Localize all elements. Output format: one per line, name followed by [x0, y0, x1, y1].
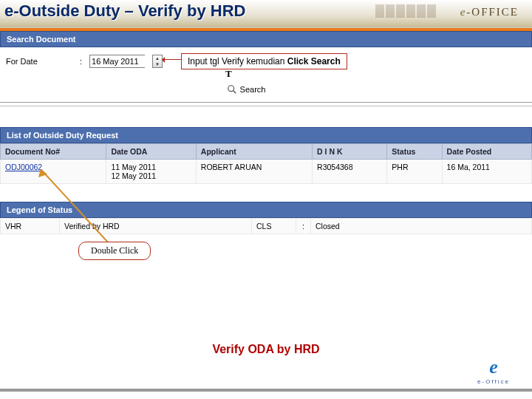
divider — [0, 106, 532, 106]
for-date-input[interactable] — [89, 55, 145, 68]
col-date: Date ODA — [106, 144, 196, 160]
cell-posted: 16 Ma, 2011 — [442, 160, 531, 184]
cell-nik: R3054368 — [313, 160, 387, 184]
search-button-label: Search — [240, 85, 266, 94]
legend-code-cls: CLS — [252, 219, 296, 234]
footer-title: Verify ODA by HRD — [0, 343, 532, 356]
legend-desc-cls: Closed — [311, 219, 532, 234]
col-nik: D I N K — [313, 144, 387, 160]
table-header-row: Document No# Date ODA Applicant D I N K … — [1, 144, 532, 160]
search-panel-header: Search Document — [0, 31, 532, 47]
brand-logo: e-OFFICE — [460, 6, 519, 18]
svg-point-0 — [228, 86, 233, 92]
footer-logo: e e-Office — [468, 356, 519, 386]
legend-sep: : — [296, 219, 311, 234]
col-posted: Date Posted — [442, 144, 531, 160]
col-status: Status — [387, 144, 442, 160]
for-date-label: For Date — [6, 57, 72, 66]
double-click-arrow — [35, 170, 124, 251]
svg-line-2 — [41, 170, 109, 244]
search-button[interactable]: Search — [209, 84, 283, 95]
banner-decor — [375, 4, 436, 18]
search-icon — [227, 84, 237, 95]
list-header: List of Outside Duty Request — [0, 127, 532, 143]
col-doc: Document No# — [1, 144, 106, 160]
cell-status: PHR — [387, 160, 442, 184]
for-date-colon: : — [80, 57, 82, 66]
t-mark: T — [225, 68, 232, 80]
footer-rule — [0, 389, 532, 392]
tip-callout: Input tgl Verify kemudian Click Search — [181, 53, 347, 69]
svg-marker-3 — [38, 170, 47, 177]
tip-arrow — [162, 59, 181, 61]
cell-applicant: ROBERT ARUAN — [196, 160, 312, 184]
double-click-callout: Double Click — [78, 242, 151, 260]
svg-line-1 — [233, 91, 236, 94]
page-title: e-Outside Duty – Verify by HRD — [4, 1, 245, 21]
col-applicant: Applicant — [196, 144, 312, 160]
